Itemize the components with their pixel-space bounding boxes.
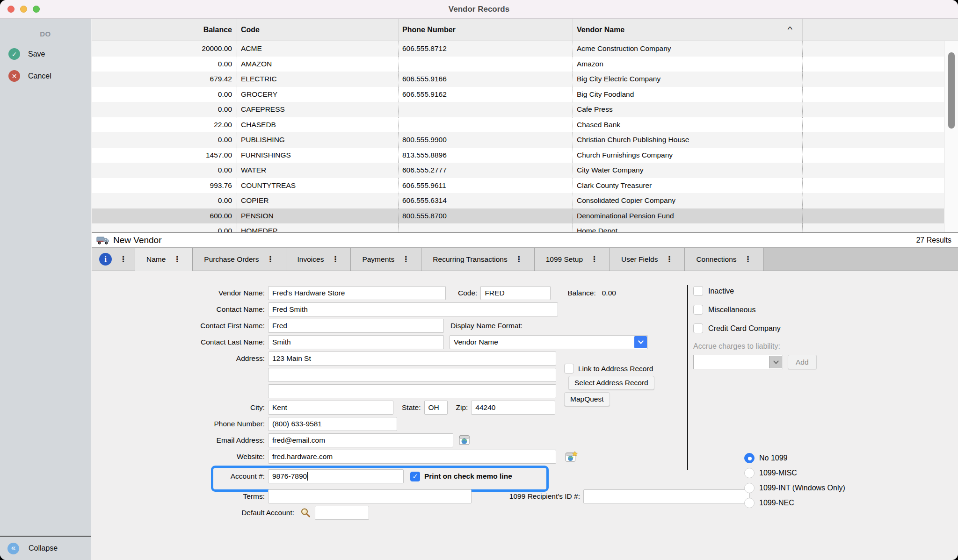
default-account-input[interactable] <box>315 506 369 520</box>
miscellaneous-checkbox[interactable] <box>693 305 703 315</box>
state-input[interactable]: OH <box>424 401 448 415</box>
account-number-input[interactable]: 9876-7890 <box>268 469 404 483</box>
print-memo-checkbox[interactable]: ✓ <box>410 472 420 481</box>
account-lookup-magnifier-icon[interactable] <box>300 507 312 519</box>
email-webpage-icon[interactable] <box>458 434 471 446</box>
inactive-checkbox[interactable] <box>693 286 703 296</box>
table-row[interactable]: 0.00 COPIER 606.555.6314 Consolidated Co… <box>92 193 958 208</box>
cell-vendor-name: Big City Foodland <box>573 87 803 102</box>
address-line1-input[interactable]: 123 Main St <box>268 352 556 366</box>
recipient-id-input[interactable] <box>583 489 750 503</box>
tab-purchase-orders[interactable]: Purchase Orders ⋮ <box>193 248 286 271</box>
table-row[interactable]: 0.00 GROCERY 606.555.9162 Big City Foodl… <box>92 87 958 102</box>
credit-card-company-checkbox[interactable] <box>693 323 703 333</box>
vendor-name-input[interactable]: Fred's Hardware Store <box>268 286 446 300</box>
contact-name-label: Contact Name: <box>92 305 265 314</box>
radio-button[interactable] <box>744 483 755 493</box>
contact-name-input[interactable]: Fred Smith <box>268 302 558 316</box>
table-row[interactable]: 20000.00 ACME 606.555.8712 Acme Construc… <box>92 41 958 57</box>
column-header-phone[interactable]: Phone Number <box>399 19 573 41</box>
radio-button[interactable] <box>744 453 755 463</box>
phone-number-input[interactable]: (800) 633-9581 <box>268 417 397 431</box>
radio-1099-int[interactable]: 1099-INT (Windows Only) <box>744 483 845 493</box>
cell-balance: 1457.00 <box>92 148 237 163</box>
radio-button[interactable] <box>744 468 755 478</box>
table-row[interactable]: 1457.00 FURNISHINGS 813.555.8896 Church … <box>92 148 958 163</box>
address-line2-input[interactable] <box>268 368 556 382</box>
radio-button[interactable] <box>744 498 755 508</box>
radio-1099-misc[interactable]: 1099-MISC <box>744 468 845 478</box>
account-highlight-region: Account #: 9876-7890 ✓ Print on check me… <box>92 469 750 483</box>
kebab-menu-icon[interactable]: ⋮ <box>267 255 275 263</box>
column-header-balance[interactable]: Balance <box>92 19 237 41</box>
tab-info[interactable]: i ⋮ <box>92 248 135 271</box>
select-address-record-button[interactable]: Select Address Record <box>568 376 654 390</box>
table-row[interactable]: 0.00 PUBLISHING 800.555.9900 Christian C… <box>92 132 958 148</box>
tab-1099-setup[interactable]: 1099 Setup ⋮ <box>535 248 610 271</box>
scrollbar-thumb[interactable] <box>948 52 955 129</box>
tab-invoices[interactable]: Invoices ⋮ <box>286 248 351 271</box>
kebab-menu-icon[interactable]: ⋮ <box>402 255 410 263</box>
cell-code: PENSION <box>237 208 399 224</box>
tab-payments[interactable]: Payments ⋮ <box>351 248 421 271</box>
website-new-page-icon[interactable] <box>565 451 578 463</box>
link-address-checkbox[interactable] <box>564 364 574 373</box>
vendor-flags-panel: Inactive Miscellaneous Credit Card Compa… <box>693 286 817 369</box>
truck-icon <box>96 236 109 245</box>
cell-vendor-name: Home Depot <box>573 223 803 232</box>
zip-input[interactable]: 44240 <box>471 401 555 415</box>
tab-recurring-transactions[interactable]: Recurring Transactions ⋮ <box>421 248 534 271</box>
accrue-dropdown-button[interactable] <box>769 356 782 368</box>
mapquest-button[interactable]: MapQuest <box>564 392 610 406</box>
tab-connections[interactable]: Connections ⋮ <box>685 248 763 271</box>
kebab-menu-icon[interactable]: ⋮ <box>744 255 752 263</box>
table-row[interactable]: 22.00 CHASEDB Chased Bank <box>92 117 958 133</box>
zoom-window-button[interactable] <box>33 6 40 13</box>
add-liability-button[interactable]: Add <box>788 355 817 369</box>
kebab-menu-icon[interactable]: ⋮ <box>665 255 673 263</box>
tab-user-fields[interactable]: User Fields ⋮ <box>610 248 685 271</box>
tab-name[interactable]: Name ⋮ <box>135 248 193 271</box>
collapse-button[interactable]: « Collapse <box>0 536 91 560</box>
column-header-code[interactable]: Code <box>237 19 399 41</box>
table-row[interactable]: 679.42 ELECTRIC 606.555.9166 Big City El… <box>92 72 958 87</box>
zip-label: Zip: <box>456 403 468 412</box>
display-name-format-select[interactable]: Vendor Name <box>450 335 648 349</box>
table-row[interactable]: 0.00 AMAZON Amazon <box>92 57 958 72</box>
email-address-input[interactable]: fred@email.com <box>268 433 453 447</box>
terms-input[interactable] <box>268 489 472 503</box>
radio-1099-nec[interactable]: 1099-NEC <box>744 498 845 508</box>
kebab-menu-icon[interactable]: ⋮ <box>331 255 339 263</box>
sort-ascending-icon: ^ <box>788 26 793 34</box>
minimize-window-button[interactable] <box>20 6 27 13</box>
dropdown-button[interactable] <box>634 336 647 348</box>
contact-first-name-input[interactable]: Fred <box>268 319 444 333</box>
table-row[interactable]: 600.00 PENSION 800.555.8700 Denomination… <box>92 208 958 224</box>
tab-label: User Fields <box>621 255 658 264</box>
city-input[interactable]: Kent <box>268 401 393 415</box>
kebab-menu-icon[interactable]: ⋮ <box>590 255 598 263</box>
website-input[interactable]: fred.hardware.com <box>268 450 556 464</box>
table-row[interactable]: 993.76 COUNTYTREAS 606.555.9611 Clark Co… <box>92 178 958 194</box>
table-row[interactable]: 0.00 HOMEDEP Home Depot <box>92 223 958 232</box>
contact-last-name-input[interactable]: Smith <box>268 335 444 349</box>
accrue-liability-select[interactable] <box>693 355 783 369</box>
table-row[interactable]: 0.00 CAFEPRESS Cafe Press <box>92 102 958 117</box>
kebab-menu-icon[interactable]: ⋮ <box>119 255 127 263</box>
kebab-menu-icon[interactable]: ⋮ <box>515 255 523 263</box>
column-header-vendor-name[interactable]: Vendor Name ^ <box>573 19 803 41</box>
radio-no-1099[interactable]: No 1099 <box>744 453 845 463</box>
code-input[interactable]: FRED <box>480 286 551 300</box>
table-scrollbar[interactable] <box>944 41 958 232</box>
cell-phone: 606.555.6314 <box>399 193 573 208</box>
cancel-button[interactable]: ✕ Cancel <box>0 70 91 82</box>
address-line3-input[interactable] <box>268 384 556 398</box>
text-cursor <box>307 472 308 481</box>
save-button[interactable]: ✓ Save <box>0 48 91 60</box>
close-window-button[interactable] <box>7 6 15 13</box>
table-row[interactable]: 0.00 WATER 606.555.2777 City Water Compa… <box>92 163 958 178</box>
inactive-label: Inactive <box>708 287 734 295</box>
terms-label: Terms: <box>92 492 265 501</box>
cell-filler <box>803 87 958 102</box>
kebab-menu-icon[interactable]: ⋮ <box>173 255 181 263</box>
